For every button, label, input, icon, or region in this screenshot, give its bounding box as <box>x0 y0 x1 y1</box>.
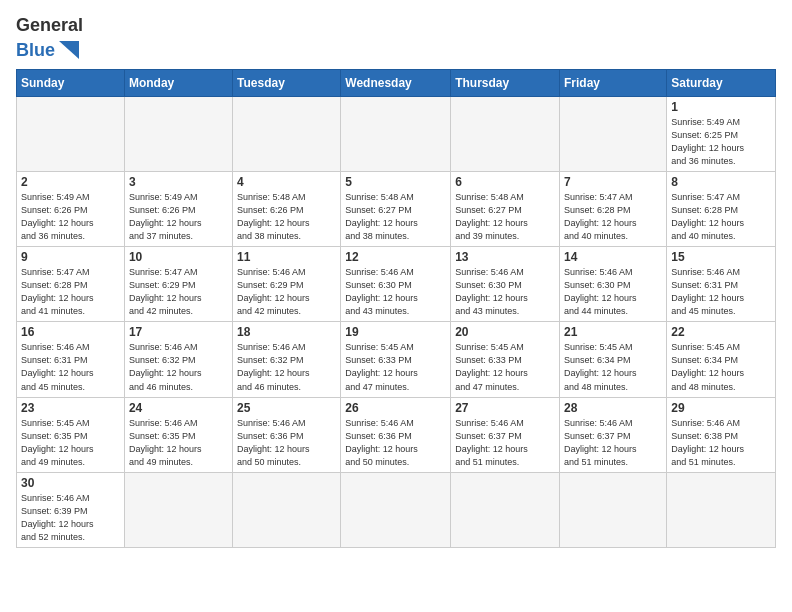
day-info: Sunrise: 5:46 AM Sunset: 6:31 PM Dayligh… <box>21 341 120 393</box>
day-number: 6 <box>455 175 555 189</box>
day-info: Sunrise: 5:46 AM Sunset: 6:30 PM Dayligh… <box>345 266 446 318</box>
calendar-cell <box>124 96 232 171</box>
calendar-cell <box>667 472 776 547</box>
day-number: 2 <box>21 175 120 189</box>
day-info: Sunrise: 5:47 AM Sunset: 6:28 PM Dayligh… <box>564 191 662 243</box>
calendar-cell: 17Sunrise: 5:46 AM Sunset: 6:32 PM Dayli… <box>124 322 232 397</box>
calendar-cell <box>341 472 451 547</box>
day-info: Sunrise: 5:48 AM Sunset: 6:27 PM Dayligh… <box>345 191 446 243</box>
calendar-week-row: 9Sunrise: 5:47 AM Sunset: 6:28 PM Daylig… <box>17 247 776 322</box>
day-info: Sunrise: 5:46 AM Sunset: 6:38 PM Dayligh… <box>671 417 771 469</box>
day-info: Sunrise: 5:46 AM Sunset: 6:32 PM Dayligh… <box>237 341 336 393</box>
day-info: Sunrise: 5:48 AM Sunset: 6:26 PM Dayligh… <box>237 191 336 243</box>
calendar-cell: 24Sunrise: 5:46 AM Sunset: 6:35 PM Dayli… <box>124 397 232 472</box>
calendar-cell: 29Sunrise: 5:46 AM Sunset: 6:38 PM Dayli… <box>667 397 776 472</box>
calendar-cell: 15Sunrise: 5:46 AM Sunset: 6:31 PM Dayli… <box>667 247 776 322</box>
day-info: Sunrise: 5:45 AM Sunset: 6:34 PM Dayligh… <box>564 341 662 393</box>
calendar-week-row: 1Sunrise: 5:49 AM Sunset: 6:25 PM Daylig… <box>17 96 776 171</box>
day-number: 30 <box>21 476 120 490</box>
day-info: Sunrise: 5:46 AM Sunset: 6:39 PM Dayligh… <box>21 492 120 544</box>
day-number: 12 <box>345 250 446 264</box>
day-info: Sunrise: 5:46 AM Sunset: 6:36 PM Dayligh… <box>237 417 336 469</box>
day-number: 7 <box>564 175 662 189</box>
day-info: Sunrise: 5:46 AM Sunset: 6:30 PM Dayligh… <box>564 266 662 318</box>
day-info: Sunrise: 5:45 AM Sunset: 6:33 PM Dayligh… <box>455 341 555 393</box>
weekday-header-tuesday: Tuesday <box>233 69 341 96</box>
calendar-cell <box>451 472 560 547</box>
day-number: 9 <box>21 250 120 264</box>
day-info: Sunrise: 5:45 AM Sunset: 6:34 PM Dayligh… <box>671 341 771 393</box>
calendar-cell: 27Sunrise: 5:46 AM Sunset: 6:37 PM Dayli… <box>451 397 560 472</box>
weekday-header-sunday: Sunday <box>17 69 125 96</box>
day-number: 29 <box>671 401 771 415</box>
calendar-cell: 21Sunrise: 5:45 AM Sunset: 6:34 PM Dayli… <box>560 322 667 397</box>
day-number: 19 <box>345 325 446 339</box>
day-number: 8 <box>671 175 771 189</box>
calendar-cell: 30Sunrise: 5:46 AM Sunset: 6:39 PM Dayli… <box>17 472 125 547</box>
day-info: Sunrise: 5:46 AM Sunset: 6:30 PM Dayligh… <box>455 266 555 318</box>
day-info: Sunrise: 5:47 AM Sunset: 6:28 PM Dayligh… <box>671 191 771 243</box>
calendar-cell: 26Sunrise: 5:46 AM Sunset: 6:36 PM Dayli… <box>341 397 451 472</box>
weekday-header-monday: Monday <box>124 69 232 96</box>
day-number: 4 <box>237 175 336 189</box>
calendar-cell <box>124 472 232 547</box>
calendar-cell: 3Sunrise: 5:49 AM Sunset: 6:26 PM Daylig… <box>124 171 232 246</box>
svg-marker-0 <box>59 41 79 59</box>
calendar-cell <box>451 96 560 171</box>
calendar-cell: 13Sunrise: 5:46 AM Sunset: 6:30 PM Dayli… <box>451 247 560 322</box>
calendar-cell: 8Sunrise: 5:47 AM Sunset: 6:28 PM Daylig… <box>667 171 776 246</box>
calendar-cell <box>233 472 341 547</box>
calendar-cell: 11Sunrise: 5:46 AM Sunset: 6:29 PM Dayli… <box>233 247 341 322</box>
day-info: Sunrise: 5:47 AM Sunset: 6:29 PM Dayligh… <box>129 266 228 318</box>
day-number: 14 <box>564 250 662 264</box>
day-number: 10 <box>129 250 228 264</box>
calendar-cell <box>17 96 125 171</box>
calendar-cell: 25Sunrise: 5:46 AM Sunset: 6:36 PM Dayli… <box>233 397 341 472</box>
calendar-cell: 22Sunrise: 5:45 AM Sunset: 6:34 PM Dayli… <box>667 322 776 397</box>
calendar-cell: 14Sunrise: 5:46 AM Sunset: 6:30 PM Dayli… <box>560 247 667 322</box>
calendar-week-row: 16Sunrise: 5:46 AM Sunset: 6:31 PM Dayli… <box>17 322 776 397</box>
day-number: 18 <box>237 325 336 339</box>
calendar-cell: 9Sunrise: 5:47 AM Sunset: 6:28 PM Daylig… <box>17 247 125 322</box>
day-info: Sunrise: 5:48 AM Sunset: 6:27 PM Dayligh… <box>455 191 555 243</box>
calendar-table: SundayMondayTuesdayWednesdayThursdayFrid… <box>16 69 776 548</box>
day-number: 21 <box>564 325 662 339</box>
calendar-cell <box>341 96 451 171</box>
day-info: Sunrise: 5:49 AM Sunset: 6:25 PM Dayligh… <box>671 116 771 168</box>
calendar-cell: 1Sunrise: 5:49 AM Sunset: 6:25 PM Daylig… <box>667 96 776 171</box>
day-number: 25 <box>237 401 336 415</box>
calendar-cell: 7Sunrise: 5:47 AM Sunset: 6:28 PM Daylig… <box>560 171 667 246</box>
calendar-week-row: 2Sunrise: 5:49 AM Sunset: 6:26 PM Daylig… <box>17 171 776 246</box>
day-number: 15 <box>671 250 771 264</box>
day-info: Sunrise: 5:46 AM Sunset: 6:36 PM Dayligh… <box>345 417 446 469</box>
calendar-cell: 2Sunrise: 5:49 AM Sunset: 6:26 PM Daylig… <box>17 171 125 246</box>
day-number: 20 <box>455 325 555 339</box>
day-number: 27 <box>455 401 555 415</box>
weekday-header-wednesday: Wednesday <box>341 69 451 96</box>
day-number: 17 <box>129 325 228 339</box>
day-info: Sunrise: 5:45 AM Sunset: 6:33 PM Dayligh… <box>345 341 446 393</box>
calendar-cell: 23Sunrise: 5:45 AM Sunset: 6:35 PM Dayli… <box>17 397 125 472</box>
day-number: 26 <box>345 401 446 415</box>
day-number: 1 <box>671 100 771 114</box>
day-info: Sunrise: 5:46 AM Sunset: 6:29 PM Dayligh… <box>237 266 336 318</box>
calendar-cell <box>560 472 667 547</box>
day-info: Sunrise: 5:45 AM Sunset: 6:35 PM Dayligh… <box>21 417 120 469</box>
day-info: Sunrise: 5:46 AM Sunset: 6:37 PM Dayligh… <box>455 417 555 469</box>
calendar-cell: 10Sunrise: 5:47 AM Sunset: 6:29 PM Dayli… <box>124 247 232 322</box>
day-info: Sunrise: 5:49 AM Sunset: 6:26 PM Dayligh… <box>129 191 228 243</box>
calendar-week-row: 23Sunrise: 5:45 AM Sunset: 6:35 PM Dayli… <box>17 397 776 472</box>
weekday-header-thursday: Thursday <box>451 69 560 96</box>
day-info: Sunrise: 5:46 AM Sunset: 6:32 PM Dayligh… <box>129 341 228 393</box>
day-number: 11 <box>237 250 336 264</box>
calendar-cell: 28Sunrise: 5:46 AM Sunset: 6:37 PM Dayli… <box>560 397 667 472</box>
day-number: 24 <box>129 401 228 415</box>
day-number: 23 <box>21 401 120 415</box>
weekday-header-friday: Friday <box>560 69 667 96</box>
day-number: 16 <box>21 325 120 339</box>
day-info: Sunrise: 5:46 AM Sunset: 6:31 PM Dayligh… <box>671 266 771 318</box>
calendar-cell: 6Sunrise: 5:48 AM Sunset: 6:27 PM Daylig… <box>451 171 560 246</box>
day-info: Sunrise: 5:47 AM Sunset: 6:28 PM Dayligh… <box>21 266 120 318</box>
calendar-cell: 19Sunrise: 5:45 AM Sunset: 6:33 PM Dayli… <box>341 322 451 397</box>
day-info: Sunrise: 5:46 AM Sunset: 6:35 PM Dayligh… <box>129 417 228 469</box>
